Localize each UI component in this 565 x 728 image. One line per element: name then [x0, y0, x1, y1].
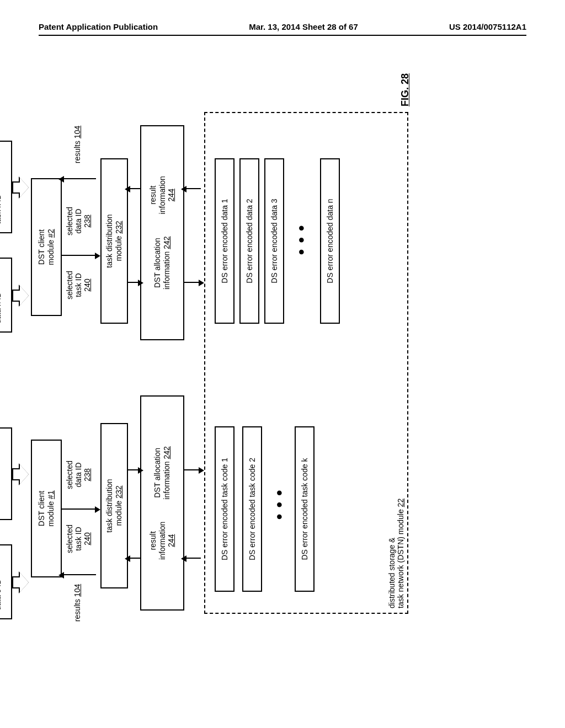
task-code-box: DS error encoded task code 2	[242, 426, 262, 592]
line	[62, 508, 96, 510]
right-sel-task-label: selected task ID 240	[65, 263, 92, 307]
task-code-box: DS error encoded task code k	[295, 426, 315, 592]
dstn-label: distributed storage & task network (DSTN…	[387, 499, 405, 608]
page-header: Patent Application Publication Mar. 13, …	[39, 22, 526, 36]
arrowhead-icon	[181, 186, 186, 192]
right-info-box: DST allocation information 242 result in…	[140, 125, 184, 340]
left-results-label: results 104	[73, 583, 82, 623]
hdr-left: Patent Application Publication	[39, 22, 158, 31]
left-task-dist-module: task distribution module 232	[100, 423, 128, 588]
left-dst-client-module: DST client module #1	[31, 440, 62, 577]
right-dst-alloc: DST allocation information 242	[153, 236, 172, 290]
arrowhead-icon	[125, 555, 130, 562]
arrowhead-icon	[138, 467, 143, 474]
data-box: DS error encoded data n	[320, 158, 340, 324]
arrowhead-icon	[199, 467, 204, 474]
figure-number: FIG. 28	[399, 73, 411, 106]
arrowhead-icon	[125, 186, 130, 192]
arrowhead-icon	[181, 555, 186, 562]
line	[62, 574, 96, 575]
right-result-info: result information 244	[148, 176, 176, 214]
left-result-info: result information 244	[148, 522, 176, 560]
right-dst-client-module: DST client module #2	[31, 178, 62, 316]
left-dst-alloc: DST allocation information 242	[153, 446, 172, 500]
line	[184, 558, 201, 559]
arrowhead-icon	[138, 280, 143, 286]
arrowhead-icon	[58, 572, 64, 579]
right-task-dist-module: task distribution module 232	[100, 158, 128, 324]
left-sel-task-label: selected task ID 240	[65, 517, 92, 561]
right-sel-data-label: selected data ID 238	[65, 199, 92, 243]
arrowhead-icon	[199, 280, 204, 286]
right-list-of-data: list of data 234 - data 1 ID - data 2 ID…	[0, 258, 12, 333]
dots-icon: ● ● ●	[295, 224, 307, 255]
arrowhead-icon	[95, 506, 100, 513]
figure-stage: list of data 234 - data 1 ID - data 2 ID…	[0, 156, 526, 641]
right-results-label: results 104	[73, 120, 82, 169]
hdr-center: Mar. 13, 2014 Sheet 28 of 67	[249, 22, 358, 31]
dots-icon: ● ● ●	[273, 489, 285, 520]
task-code-box: DS error encoded task code 1	[215, 426, 234, 592]
left-sel-data-label: selected data ID 238	[65, 453, 92, 497]
line	[184, 188, 201, 189]
hdr-right: US 2014/0075112A1	[449, 22, 526, 31]
left-info-box: result information 244 DST allocation in…	[140, 395, 184, 611]
left-list-of-tasks: list of task codes 236 - task 1 ID - tas…	[0, 427, 12, 520]
right-list-of-tasks: list of task codes 236 - task 1 ID - tas…	[0, 141, 12, 233]
data-box: DS error encoded data 2	[239, 158, 259, 324]
arrowhead-icon	[58, 176, 64, 183]
line	[62, 178, 96, 179]
line	[62, 255, 96, 256]
data-box: DS error encoded data 1	[215, 158, 234, 324]
data-box: DS error encoded data 3	[264, 158, 284, 324]
arrowhead-icon	[95, 253, 100, 259]
left-list-of-data: list of data 234 - data 1 ID - data 2 ID…	[0, 544, 12, 619]
